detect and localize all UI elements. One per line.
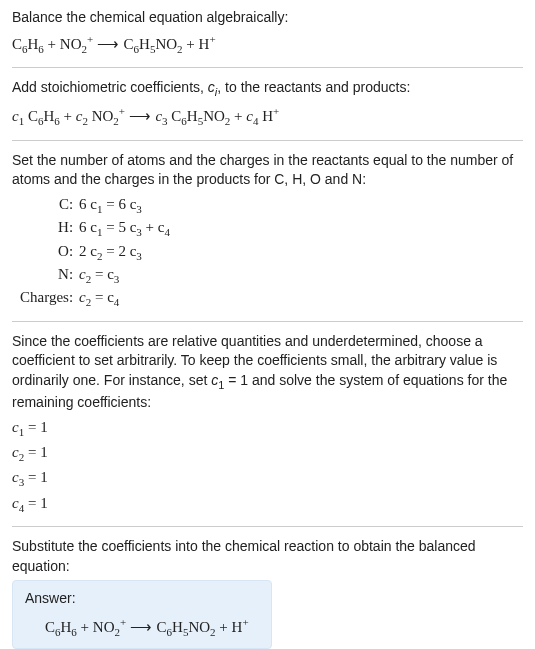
coeff-c1: c1 = 1 — [12, 417, 523, 440]
equation-unbalanced: C6H6 + NO2+ ⟶ C6H5NO2 + H+ — [12, 32, 523, 57]
coeff-c3: c3 = 1 — [12, 467, 523, 490]
table-row: N: c2 = c3 — [20, 264, 170, 287]
step3-text: Set the number of atoms and the charges … — [12, 151, 523, 190]
table-row: O: 2 c2 = 2 c3 — [20, 241, 170, 264]
equation-with-coeffs: c1 C6H6 + c2 NO2+ ⟶ c3 C6H5NO2 + c4 H+ — [12, 104, 523, 129]
answer-label: Answer: — [25, 589, 259, 609]
step2-text: Add stoichiometric coefficients, ci, to … — [12, 78, 523, 100]
coeff-c4: c4 = 1 — [12, 493, 523, 516]
step4-text: Since the coefficients are relative quan… — [12, 332, 523, 413]
divider — [12, 526, 523, 527]
divider — [12, 67, 523, 68]
atom-balance-table: C: 6 c1 = 6 c3 H: 6 c1 = 5 c3 + c4 O: 2 … — [20, 194, 170, 311]
answer-box: Answer: C6H6 + NO2+ ⟶ C6H5NO2 + H+ — [12, 580, 272, 649]
divider — [12, 321, 523, 322]
table-row: H: 6 c1 = 5 c3 + c4 — [20, 217, 170, 240]
coeff-c2: c2 = 1 — [12, 442, 523, 465]
intro-line1: Balance the chemical equation algebraica… — [12, 9, 288, 25]
balanced-equation: C6H6 + NO2+ ⟶ C6H5NO2 + H+ — [25, 615, 259, 640]
table-row: C: 6 c1 = 6 c3 — [20, 194, 170, 217]
divider — [12, 140, 523, 141]
table-row: Charges: c2 = c4 — [20, 287, 170, 310]
intro-text: Balance the chemical equation algebraica… — [12, 8, 523, 28]
step5-text: Substitute the coefficients into the che… — [12, 537, 523, 576]
